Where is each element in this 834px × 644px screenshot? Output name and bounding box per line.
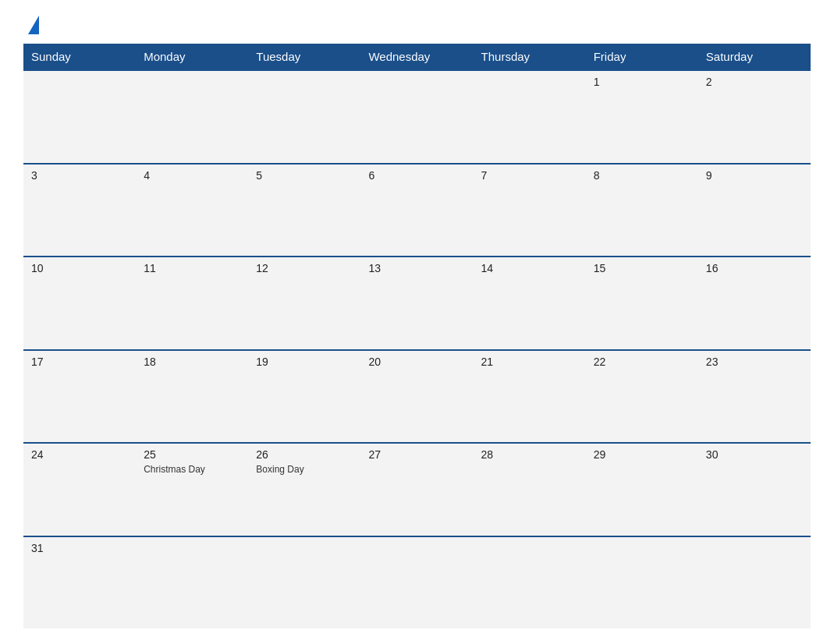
- day-cell: 17: [23, 351, 136, 443]
- day-cell: 20: [360, 351, 473, 443]
- day-headers-row: SundayMondayTuesdayWednesdayThursdayFrid…: [23, 44, 811, 69]
- day-cell: [136, 71, 248, 163]
- day-cell: [23, 71, 136, 163]
- day-cell: 6: [360, 165, 473, 257]
- day-number: 15: [594, 262, 690, 274]
- week-row-5: 2425Christmas Day26Boxing Day27282930: [23, 442, 811, 536]
- day-number: 13: [368, 262, 465, 274]
- day-header-thursday: Thursday: [474, 44, 586, 69]
- day-number: 23: [706, 356, 803, 368]
- day-number: 5: [256, 169, 353, 182]
- day-cell: 30: [698, 444, 811, 536]
- day-cell: 7: [474, 165, 586, 257]
- page-header: [23, 16, 811, 36]
- day-cell: [360, 537, 473, 629]
- day-header-tuesday: Tuesday: [248, 44, 360, 69]
- day-cell: 19: [248, 351, 360, 443]
- day-cell: 9: [698, 165, 811, 257]
- logo-triangle-icon: [28, 16, 39, 34]
- day-number: 30: [706, 448, 803, 461]
- calendar-page: SundayMondayTuesdayWednesdayThursdayFrid…: [0, 0, 834, 644]
- day-cell: 29: [586, 444, 698, 536]
- day-cell: 26Boxing Day: [248, 444, 360, 536]
- day-cell: 18: [136, 351, 248, 443]
- day-number: 10: [31, 262, 128, 274]
- day-header-wednesday: Wednesday: [360, 44, 473, 69]
- day-cell: 14: [474, 257, 586, 349]
- day-header-monday: Monday: [136, 44, 248, 69]
- day-cell: [248, 537, 360, 629]
- day-number: 27: [368, 448, 465, 461]
- day-cell: 25Christmas Day: [136, 444, 248, 536]
- day-cell: 15: [586, 257, 698, 349]
- day-cell: [136, 537, 248, 629]
- day-number: 14: [481, 262, 578, 274]
- holiday-label: Christmas Day: [144, 464, 240, 475]
- day-number: 11: [144, 262, 240, 274]
- day-header-friday: Friday: [586, 44, 698, 69]
- day-number: 12: [256, 262, 353, 274]
- day-number: 8: [594, 169, 690, 182]
- day-cell: 3: [23, 165, 136, 257]
- day-number: 2: [706, 76, 803, 88]
- day-cell: 27: [360, 444, 473, 536]
- day-number: 17: [31, 356, 128, 368]
- holiday-label: Boxing Day: [256, 464, 353, 475]
- day-cell: 8: [586, 165, 698, 257]
- day-cell: 13: [360, 257, 473, 349]
- day-number: 16: [706, 262, 803, 274]
- day-header-saturday: Saturday: [698, 44, 811, 69]
- day-number: 26: [256, 448, 353, 461]
- logo: [23, 16, 39, 36]
- day-cell: 31: [23, 537, 136, 629]
- week-row-1: 12: [23, 69, 811, 163]
- calendar-grid: SundayMondayTuesdayWednesdayThursdayFrid…: [23, 44, 811, 628]
- day-number: 24: [31, 448, 128, 461]
- day-cell: [248, 71, 360, 163]
- day-number: 28: [481, 448, 578, 461]
- day-cell: 10: [23, 257, 136, 349]
- day-cell: 2: [698, 71, 811, 163]
- day-cell: 11: [136, 257, 248, 349]
- week-row-6: 31: [23, 536, 811, 629]
- day-number: 6: [368, 169, 465, 182]
- day-number: 7: [481, 169, 578, 182]
- day-number: 3: [31, 169, 128, 182]
- day-cell: 1: [586, 71, 698, 163]
- day-number: 29: [594, 448, 690, 461]
- day-number: 9: [706, 169, 803, 182]
- day-cell: 5: [248, 165, 360, 257]
- day-number: 31: [31, 542, 128, 554]
- week-row-2: 3456789: [23, 163, 811, 257]
- week-row-4: 17181920212223: [23, 349, 811, 443]
- day-cell: [474, 537, 586, 629]
- day-number: 19: [256, 356, 353, 368]
- day-number: 20: [368, 356, 465, 368]
- day-cell: 16: [698, 257, 811, 349]
- day-number: 18: [144, 356, 240, 368]
- day-cell: 23: [698, 351, 811, 443]
- day-cell: [474, 71, 586, 163]
- day-cell: 4: [136, 165, 248, 257]
- weeks-container: 1234567891011121314151617181920212223242…: [23, 69, 811, 628]
- day-cell: [698, 537, 811, 629]
- day-cell: 21: [474, 351, 586, 443]
- day-number: 4: [144, 169, 240, 182]
- day-number: 21: [481, 356, 578, 368]
- day-number: 22: [594, 356, 690, 368]
- day-number: 1: [594, 76, 690, 88]
- day-cell: [586, 537, 698, 629]
- day-cell: 12: [248, 257, 360, 349]
- day-cell: [360, 71, 473, 163]
- day-number: 25: [144, 448, 240, 461]
- day-cell: 24: [23, 444, 136, 536]
- day-header-sunday: Sunday: [23, 44, 136, 69]
- day-cell: 28: [474, 444, 586, 536]
- week-row-3: 10111213141516: [23, 256, 811, 349]
- day-cell: 22: [586, 351, 698, 443]
